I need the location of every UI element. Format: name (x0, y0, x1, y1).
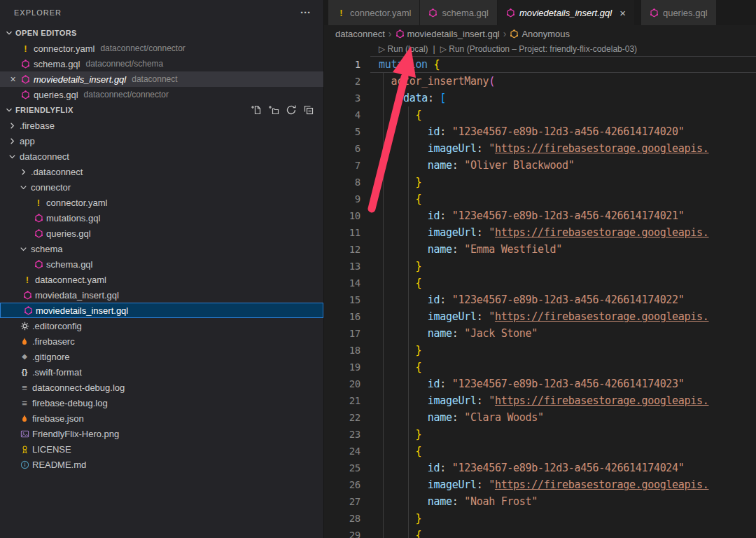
code-line-20: 20 id: "123e4567-e89b-12d3-a456-42661417… (324, 375, 756, 392)
tree-item-firebase.json[interactable]: firebase.json (0, 411, 323, 426)
line-number: 2 (324, 73, 370, 90)
code-line-content[interactable]: imageUrl: "https://firebasestorage.googl… (370, 308, 756, 325)
log-file-icon: ≡ (22, 383, 27, 392)
code-line-content[interactable]: imageUrl: "https://firebasestorage.googl… (370, 140, 756, 157)
code-line-content[interactable]: id: "123e4567-e89b-12d3-a456-42661417402… (370, 123, 756, 140)
line-number: 25 (324, 460, 370, 476)
code-line-content[interactable]: name: "Jack Stone" (370, 325, 756, 342)
log-file-icon: ≡ (22, 399, 27, 408)
code-line-content[interactable]: mutation { (370, 56, 756, 73)
tree-item-.editorconfig[interactable]: .editorconfig (0, 318, 323, 333)
breadcrumb-item-dataconnect[interactable]: dataconnect (335, 29, 385, 39)
gear-icon (20, 322, 29, 331)
code-line-content[interactable]: } (370, 342, 756, 359)
open-editor-description: dataconnect/connector (84, 90, 169, 99)
flame-icon (20, 337, 29, 346)
open-editor-connector.yaml[interactable]: !connector.yamldataconnect/connector (0, 41, 323, 56)
open-editor-description: dataconnect (132, 74, 177, 84)
tree-item-dataconnect-debug.log[interactable]: ≡dataconnect-debug.log (0, 380, 323, 395)
tab-queries.gql[interactable]: queries.gql (641, 0, 717, 25)
tree-item-.firebaserc[interactable]: .firebaserc (0, 333, 323, 349)
new-file-button[interactable] (250, 104, 262, 116)
tree-item-FriendlyFlix-Hero.png[interactable]: FriendlyFlix-Hero.png (0, 426, 323, 441)
code-line-content[interactable]: name: "Clara Woods" (370, 409, 756, 426)
tree-item-README.md[interactable]: README.md (0, 457, 323, 472)
open-editors-header[interactable]: OPEN EDITORS (0, 25, 323, 41)
run-local-codelens[interactable]: ▷ Run (local) (379, 44, 428, 54)
code-line-content[interactable]: imageUrl: "https://firebasestorage.googl… (370, 224, 756, 241)
workspace-header[interactable]: FRIENDLYFLIX (0, 102, 323, 118)
tree-item-.firebase[interactable]: .firebase (0, 118, 323, 133)
code-line-content[interactable]: { (370, 275, 756, 291)
code-line-content[interactable]: { (370, 106, 756, 123)
graphql-file-icon (650, 8, 659, 18)
code-line-7: 7 name: "Oliver Blackwood" (324, 157, 756, 174)
graphql-file-icon (396, 29, 405, 39)
breadcrumb-item-Anonymous[interactable]: Anonymous (510, 29, 570, 39)
run-production-codelens[interactable]: ▷ Run (Production – Project: friendly-fl… (440, 44, 637, 54)
line-number: 26 (324, 476, 370, 493)
code-line-content[interactable]: id: "123e4567-e89b-12d3-a456-42661417402… (370, 460, 756, 476)
tree-item-dataconnect.yaml[interactable]: !dataconnect.yaml (0, 272, 323, 287)
tree-item-connector[interactable]: connector (0, 179, 323, 195)
tab-schema.gql[interactable]: schema.gql (420, 0, 497, 25)
code-line-content[interactable]: id: "123e4567-e89b-12d3-a456-42661417402… (370, 375, 756, 392)
code-line-content[interactable]: imageUrl: "https://firebasestorage.googl… (370, 476, 756, 493)
more-actions-icon[interactable]: ··· (300, 9, 311, 16)
code-line-content[interactable]: name: "Oliver Blackwood" (370, 157, 756, 174)
code-line-content[interactable]: { (370, 191, 756, 207)
new-folder-button[interactable] (267, 104, 280, 116)
tree-item-LICENSE[interactable]: LICENSE (0, 441, 323, 457)
close-editor-icon[interactable]: × (7, 74, 19, 85)
line-number: 12 (324, 241, 370, 258)
line-number: 13 (324, 258, 370, 275)
code-line-content[interactable]: { (370, 443, 756, 460)
chevron-right-icon (17, 167, 29, 177)
code-line-content[interactable]: name: "Noah Frost" (370, 493, 756, 510)
tree-item-app[interactable]: app (0, 133, 323, 149)
tree-item-firebase-debug.log[interactable]: ≡firebase-debug.log (0, 395, 323, 411)
tree-item-label: connector.yaml (46, 198, 107, 208)
collapse-all-button[interactable] (302, 104, 315, 116)
tree-item-connector.yaml[interactable]: !connector.yaml (0, 195, 323, 210)
tree-item-schema[interactable]: schema (0, 241, 323, 256)
code-line-content[interactable]: id: "123e4567-e89b-12d3-a456-42661417402… (370, 291, 756, 308)
tab-connector.yaml[interactable]: !connector.yaml (328, 0, 420, 25)
open-editor-moviedetails_insert.gql[interactable]: ×moviedetails_insert.gqldataconnect (0, 71, 323, 87)
code-line-content[interactable]: actor_insertMany( (370, 73, 756, 90)
workspace-actions (250, 104, 315, 116)
explorer-titlebar: EXPLORER ··· (0, 0, 323, 25)
code-line-content[interactable]: } (370, 426, 756, 443)
code-line-content[interactable]: { (370, 359, 756, 375)
tree-item-label: .swift-format (32, 367, 82, 378)
tree-item-.gitignore[interactable]: ◆.gitignore (0, 349, 323, 364)
refresh-button[interactable] (285, 104, 298, 116)
code-line-content[interactable]: } (370, 258, 756, 275)
code-line-content[interactable]: imageUrl: "https://firebasestorage.googl… (370, 392, 756, 409)
tree-item-queries.gql[interactable]: queries.gql (0, 226, 323, 241)
tree-item-dataconnect[interactable]: dataconnect (0, 149, 323, 164)
tree-item-moviedetails_insert.gql[interactable]: moviedetails_insert.gql (0, 303, 323, 318)
file-tree: .firebaseappdataconnect.dataconnectconne… (0, 118, 323, 472)
code-line-content[interactable]: } (370, 174, 756, 191)
tree-item-mutations.gql[interactable]: mutations.gql (0, 210, 323, 226)
code-line-12: 12 name: "Emma Westfield" (324, 241, 756, 258)
code-line-content[interactable]: data: [ (370, 90, 756, 106)
tree-item-label: firebase-debug.log (32, 398, 108, 408)
code-line-content[interactable]: name: "Emma Westfield" (370, 241, 756, 258)
tab-close-icon[interactable]: × (620, 7, 626, 19)
tree-item-schema.gql[interactable]: schema.gql (0, 256, 323, 272)
open-editor-queries.gql[interactable]: queries.gqldataconnect/connector (0, 87, 323, 102)
open-editor-name: schema.gql (34, 59, 80, 69)
code-line-content[interactable]: } (370, 510, 756, 527)
tree-item-.swift-format[interactable]: {}.swift-format (0, 364, 323, 380)
breadcrumb-item-moviedetails_insert.gql[interactable]: moviedetails_insert.gql (396, 29, 500, 39)
code-line-content[interactable]: id: "123e4567-e89b-12d3-a456-42661417402… (370, 207, 756, 224)
open-editor-schema.gql[interactable]: schema.gqldataconnect/schema (0, 56, 323, 71)
tree-item-moviedata_insert.gql[interactable]: moviedata_insert.gql (0, 287, 323, 303)
tab-moviedetails_insert.gql[interactable]: moviedetails_insert.gql× (498, 0, 635, 25)
code-line-content[interactable]: { (370, 527, 756, 538)
tree-item-.dataconnect[interactable]: .dataconnect (0, 164, 323, 179)
info-icon (20, 460, 29, 469)
explorer-sidebar: EXPLORER ··· OPEN EDITORS !connector.yam… (0, 0, 324, 538)
